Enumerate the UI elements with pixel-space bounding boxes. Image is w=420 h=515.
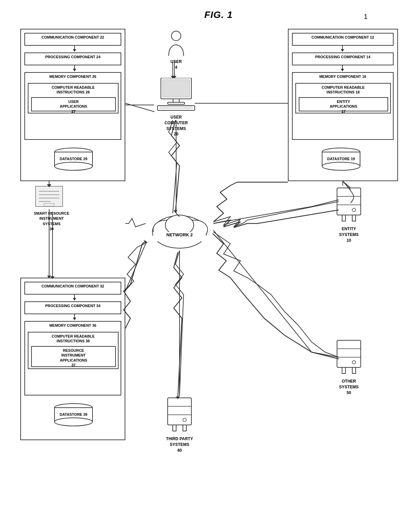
third-party-server: THIRD PARTYSYSTEMS40	[166, 396, 193, 453]
ref-num-1: 1	[364, 13, 368, 21]
bl-comm-label: COMMUNICATION COMPONENT 32	[25, 282, 121, 290]
bl-proc-label: PROCESSING COMPONENT 34	[25, 302, 121, 309]
svg-marker-17	[73, 298, 76, 301]
left-instr-box: COMPUTER READABLEINSTRUCTIONS 28 USERAPP…	[28, 83, 119, 113]
user-computer-label: USERCOMPUTERSYSTEMS20	[154, 114, 198, 137]
svg-rect-61	[44, 203, 54, 206]
svg-line-75	[125, 103, 154, 112]
fig-title: FIG. 1	[204, 9, 233, 20]
user-figure: USER4	[163, 30, 190, 70]
right-proc-box: PROCESSING COMPONENT 14	[292, 52, 394, 65]
left-arrow2	[71, 65, 78, 72]
svg-rect-55	[183, 425, 186, 431]
svg-point-53	[183, 418, 186, 422]
left-arrow1	[71, 46, 78, 52]
svg-rect-48	[342, 367, 345, 373]
smart-resource-label: SMART RESOURCEINSTRUMENTSYSTEMS30	[34, 211, 69, 232]
third-party-label: THIRD PARTYSYSTEMS40	[166, 436, 193, 453]
right-mem-outer-box: MEMORY COMPONENT 16 COMPUTER READABLEINS…	[292, 72, 394, 140]
right-proc-label: PROCESSING COMPONENT 14	[293, 53, 393, 61]
left-apps-box: USERAPPLICATIONS27	[31, 97, 116, 111]
right-arrow2	[339, 65, 346, 72]
svg-marker-3	[73, 69, 76, 71]
left-apps-label: USERAPPLICATIONS27	[32, 98, 115, 115]
left-instr-label: COMPUTER READABLEINSTRUCTIONS 28	[28, 84, 118, 96]
right-system-box: COMMUNICATION COMPONENT 12 PROCESSING CO…	[288, 29, 398, 181]
svg-rect-28	[168, 102, 185, 104]
right-apps-box: ENTITYAPPLICATIONS17	[299, 97, 388, 111]
svg-point-41	[352, 208, 356, 212]
svg-text:DATASTORE 29: DATASTORE 29	[60, 157, 87, 161]
bottom-left-system-box: COMMUNICATION COMPONENT 32 PROCESSING CO…	[20, 278, 125, 440]
bl-datastore: DATASTORE 39	[53, 403, 94, 427]
svg-rect-43	[352, 215, 356, 221]
left-mem-outer-box: MEMORY COMPONENT 26 COMPUTER READABLEINS…	[24, 72, 121, 140]
svg-text:DATASTORE 19: DATASTORE 19	[327, 157, 355, 161]
smart-resource-doc: SMART RESOURCEINSTRUMENTSYSTEMS30	[34, 185, 69, 232]
svg-rect-44	[337, 340, 361, 367]
entity-systems-server: ENTITYSYSTEMS10	[335, 186, 362, 243]
svg-rect-38	[337, 188, 361, 215]
right-instr-box: COMPUTER READABLEINSTRUCTIONS 18 ENTITYA…	[295, 83, 391, 113]
svg-text:DATASTORE 39: DATASTORE 39	[60, 412, 87, 416]
right-datastore: DATASTORE 19	[321, 147, 361, 171]
diagram: FIG. 1 1 COMMUNICATION COMPONENT 22 PROC…	[0, 0, 420, 515]
bl-apps-label: RESOURCEINSTRUMENTAPPLICATIONS37	[32, 347, 115, 369]
left-comm-box: COMMUNICATION COMPONENT 22	[24, 33, 121, 46]
svg-point-14	[322, 162, 360, 170]
other-systems-server: OTHERSYSTEMS50	[335, 339, 362, 395]
svg-point-22	[55, 418, 92, 426]
svg-rect-26	[163, 80, 190, 97]
bl-mem-outer-box: MEMORY COMPONENT 36 COMPUTER READABLEINS…	[24, 321, 121, 395]
right-arrow1	[339, 46, 346, 52]
other-systems-label: OTHERSYSTEMS50	[335, 379, 362, 395]
left-datastore: DATASTORE 29	[53, 147, 94, 171]
left-system-box: COMMUNICATION COMPONENT 22 PROCESSING CO…	[20, 29, 125, 181]
svg-rect-27	[173, 99, 179, 102]
left-proc-box: PROCESSING COMPONENT 24	[24, 52, 121, 65]
svg-marker-9	[341, 49, 344, 52]
bl-comm-box: COMMUNICATION COMPONENT 32	[24, 282, 121, 295]
entity-systems-label: ENTITYSYSTEMS10	[335, 226, 362, 243]
svg-rect-29	[158, 106, 195, 110]
bl-instr-label: COMPUTER READABLEINSTRUCTIONS 38	[28, 332, 118, 345]
bl-arrow1	[71, 295, 78, 301]
bl-arrow2	[71, 314, 78, 321]
right-mem-label: MEMORY COMPONENT 16	[293, 73, 393, 80]
svg-marker-11	[341, 69, 344, 71]
svg-marker-19	[73, 318, 76, 320]
right-instr-label: COMPUTER READABLEINSTRUCTIONS 18	[296, 84, 390, 96]
svg-rect-49	[352, 367, 356, 373]
svg-point-24	[171, 31, 181, 41]
svg-rect-50	[168, 398, 191, 425]
svg-point-47	[352, 361, 356, 364]
left-mem-label: MEMORY COMPONENT 26	[25, 73, 121, 80]
svg-rect-54	[173, 425, 176, 431]
network-cloud: NETWORK 2	[146, 207, 213, 252]
left-comm-label: COMMUNICATION COMPONENT 22	[25, 34, 121, 41]
bl-mem-label: MEMORY COMPONENT 36	[25, 322, 121, 328]
svg-marker-1	[73, 49, 76, 52]
bl-instr-box: COMPUTER READABLEINSTRUCTIONS 38 RESOURC…	[28, 332, 119, 369]
right-comm-box: COMMUNICATION COMPONENT 12	[292, 33, 394, 46]
svg-point-6	[55, 162, 92, 170]
left-proc-label: PROCESSING COMPONENT 24	[25, 53, 121, 61]
svg-text:NETWORK 2: NETWORK 2	[166, 232, 193, 237]
bl-proc-box: PROCESSING COMPONENT 34	[24, 301, 121, 314]
right-apps-label: ENTITYAPPLICATIONS17	[299, 98, 387, 115]
right-comm-label: COMMUNICATION COMPONENT 12	[293, 34, 393, 41]
user-computer: USERCOMPUTERSYSTEMS20	[154, 78, 198, 137]
svg-rect-42	[342, 215, 345, 221]
bl-apps-box: RESOURCEINSTRUMENTAPPLICATIONS37	[31, 346, 116, 367]
user-label: USER4	[163, 59, 190, 70]
